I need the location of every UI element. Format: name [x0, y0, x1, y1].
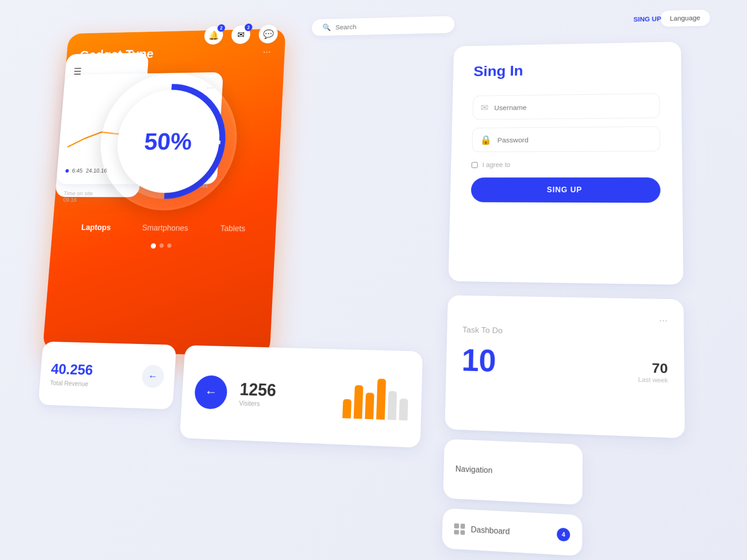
chart-label2: 09.16	[63, 196, 77, 203]
donut-outer: 50%	[96, 72, 240, 211]
dashboard-card[interactable]: Dashboard 4	[442, 508, 582, 556]
signin-title: Sing In	[473, 60, 660, 80]
gadget-label-laptops[interactable]: Laptops	[81, 223, 111, 232]
lock-icon: 🔒	[480, 134, 492, 145]
bell-notification-button[interactable]: 🔔 2	[204, 26, 223, 44]
bar-item	[376, 378, 386, 420]
chart-dot-icon	[65, 169, 69, 172]
search-icon: 🔍	[322, 23, 331, 32]
dashboard-badge: 4	[557, 528, 570, 542]
indicator-dot-1[interactable]	[151, 243, 156, 248]
password-input-row: 🔒	[472, 126, 660, 152]
task-sub-value: 70	[638, 360, 668, 377]
chart-label: Time on site	[63, 190, 93, 196]
revenue-back-button[interactable]: ←	[141, 364, 164, 388]
username-input-row: ✉	[472, 93, 660, 120]
bar-item	[342, 399, 352, 419]
bar-item	[353, 385, 363, 419]
password-input[interactable]	[497, 135, 652, 144]
navigation-card: Navigation	[443, 439, 583, 505]
signin-card: Sing In ✉ 🔒 I agree to SING UP	[448, 42, 683, 285]
bar-item	[399, 399, 408, 420]
grid-icon	[454, 523, 465, 535]
gadget-labels: Laptops Smartphones Tablets	[65, 223, 262, 234]
chat-notification-button[interactable]: 💬	[258, 25, 278, 44]
language-button[interactable]: Language	[660, 9, 710, 27]
revenue-info: 40.256 Total Revenue	[50, 360, 94, 387]
gadget-label-smartphones[interactable]: Smartphones	[142, 224, 189, 233]
visitors-bar-chart	[342, 375, 409, 420]
username-input[interactable]	[494, 102, 651, 111]
gadget-menu-icon[interactable]: ...	[263, 44, 271, 56]
revenue-card: 40.256 Total Revenue ←	[38, 342, 176, 410]
visitors-back-button[interactable]: ←	[194, 375, 228, 410]
signup-top-button[interactable]: SING UP	[634, 15, 662, 23]
visitors-card: ← 1256 Visiters	[180, 345, 423, 448]
gadget-label-tablets[interactable]: Tablets	[220, 224, 246, 233]
bar-item	[388, 391, 397, 420]
donut-percent: 50%	[143, 127, 193, 155]
bell-badge: 2	[217, 24, 225, 32]
mail-badge: 2	[245, 23, 253, 31]
visitors-value: 1256	[240, 379, 331, 402]
gadget-indicator	[64, 242, 261, 250]
search-input[interactable]	[335, 21, 444, 31]
task-number: 10	[461, 343, 496, 379]
indicator-dot-3[interactable]	[167, 244, 172, 248]
agree-row: I agree to	[472, 161, 660, 168]
bar-item	[365, 392, 374, 419]
task-menu[interactable]: ...	[463, 308, 668, 324]
task-sub-label: Last week	[638, 376, 668, 384]
revenue-value: 40.256	[50, 360, 93, 378]
revenue-label: Total Revenue	[50, 379, 92, 388]
visitors-info: 1256 Visiters	[239, 379, 331, 410]
task-card: ... Task To Do 10 70 Last week	[445, 295, 685, 439]
indicator-dot-2[interactable]	[159, 243, 164, 248]
chat-icon: 💬	[263, 29, 274, 39]
mail-notification-button[interactable]: ✉ 2	[231, 25, 251, 44]
notification-area: 🔔 2 ✉ 2 💬	[204, 25, 278, 45]
signin-signup-button[interactable]: SING UP	[471, 177, 660, 203]
bell-icon: 🔔	[208, 30, 219, 41]
agree-checkbox[interactable]	[472, 162, 478, 168]
mail-icon: ✉	[237, 29, 245, 40]
task-label: Task To Do	[462, 325, 668, 340]
navigation-label: Navigation	[455, 464, 493, 475]
email-icon: ✉	[480, 102, 488, 113]
dashboard-label: Dashboard	[471, 525, 510, 536]
search-bar[interactable]: 🔍	[311, 16, 455, 36]
